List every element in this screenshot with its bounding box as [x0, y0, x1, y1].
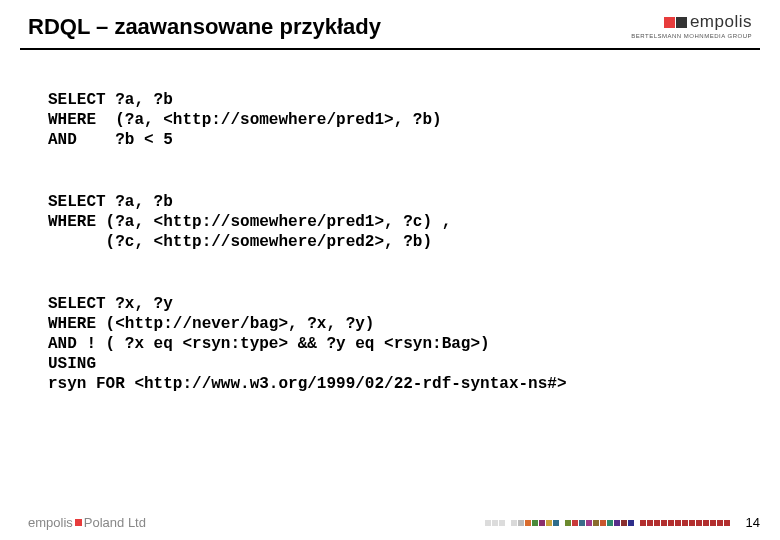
- footer-color-square-icon: [600, 520, 606, 526]
- footer: empolis Poland Ltd 14: [0, 515, 780, 530]
- footer-brand-b: Poland Ltd: [84, 515, 146, 530]
- footer-color-square-icon: [689, 520, 695, 526]
- footer-color-square-icon: [539, 520, 545, 526]
- footer-square-icon: [75, 519, 82, 526]
- footer-color-square-icon: [485, 520, 491, 526]
- header: RDQL – zaawansowane przykłady empolis BE…: [0, 0, 780, 46]
- code-block-3: SELECT ?x, ?y WHERE (<http://never/bag>,…: [48, 294, 732, 394]
- footer-color-square-icon: [621, 520, 627, 526]
- footer-color-square-icon: [532, 520, 538, 526]
- footer-color-square-icon: [654, 520, 660, 526]
- footer-color-square-icon: [710, 520, 716, 526]
- footer-color-square-icon: [635, 520, 639, 526]
- footer-color-square-icon: [724, 520, 730, 526]
- logo-square-dark-icon: [676, 17, 687, 28]
- footer-color-square-icon: [560, 520, 564, 526]
- footer-color-square-icon: [525, 520, 531, 526]
- footer-color-square-icon: [511, 520, 517, 526]
- footer-color-square-icon: [628, 520, 634, 526]
- footer-color-square-icon: [696, 520, 702, 526]
- code-block-1: SELECT ?a, ?b WHERE (?a, <http://somewhe…: [48, 90, 732, 150]
- page-number: 14: [746, 515, 760, 530]
- logo-subtitle: BERTELSMANN MOHNMEDIA GROUP: [631, 33, 752, 39]
- logo-text: empolis: [690, 12, 752, 32]
- footer-color-square-icon: [703, 520, 709, 526]
- slide: RDQL – zaawansowane przykłady empolis BE…: [0, 0, 780, 540]
- footer-color-square-icon: [586, 520, 592, 526]
- footer-color-square-icon: [579, 520, 585, 526]
- footer-color-square-icon: [640, 520, 646, 526]
- footer-color-square-icon: [546, 520, 552, 526]
- footer-color-square-icon: [593, 520, 599, 526]
- footer-color-square-icon: [607, 520, 613, 526]
- footer-color-square-icon: [668, 520, 674, 526]
- code-block-2: SELECT ?a, ?b WHERE (?a, <http://somewhe…: [48, 192, 732, 252]
- footer-color-square-icon: [492, 520, 498, 526]
- footer-color-square-icon: [661, 520, 667, 526]
- footer-color-square-icon: [506, 520, 510, 526]
- footer-color-square-icon: [499, 520, 505, 526]
- footer-color-square-icon: [553, 520, 559, 526]
- footer-color-square-icon: [682, 520, 688, 526]
- logo-square-red-icon: [664, 17, 675, 28]
- footer-color-square-icon: [614, 520, 620, 526]
- footer-color-square-icon: [572, 520, 578, 526]
- logo: empolis BERTELSMANN MOHNMEDIA GROUP: [631, 12, 752, 39]
- page-title: RDQL – zaawansowane przykłady: [28, 14, 381, 40]
- footer-color-square-icon: [647, 520, 653, 526]
- footer-color-square-icon: [565, 520, 571, 526]
- footer-brand: empolis Poland Ltd: [28, 515, 146, 530]
- footer-color-square-icon: [717, 520, 723, 526]
- footer-right: 14: [485, 515, 760, 530]
- footer-squares-strip: [485, 520, 730, 526]
- footer-color-square-icon: [675, 520, 681, 526]
- footer-brand-a: empolis: [28, 515, 73, 530]
- logo-row: empolis: [664, 12, 752, 32]
- footer-color-square-icon: [518, 520, 524, 526]
- content: SELECT ?a, ?b WHERE (?a, <http://somewhe…: [0, 50, 780, 394]
